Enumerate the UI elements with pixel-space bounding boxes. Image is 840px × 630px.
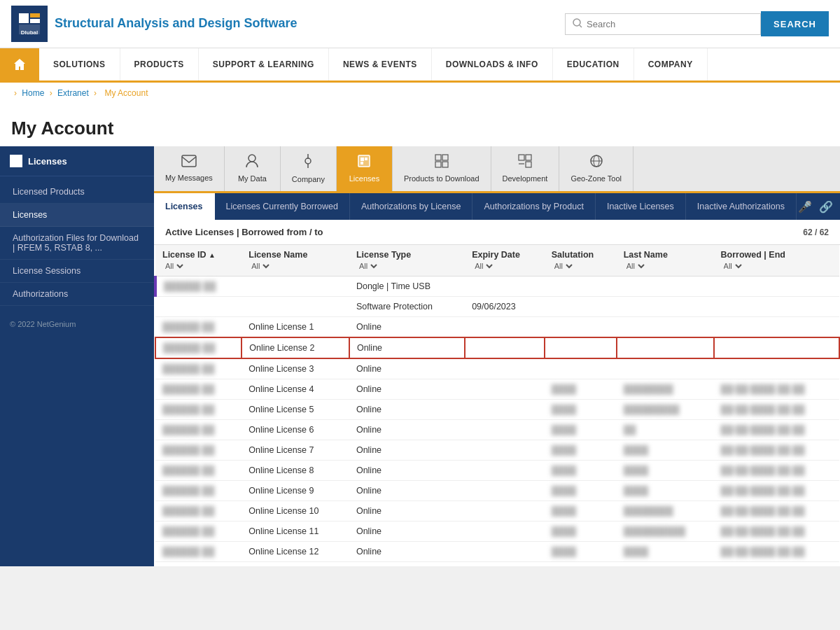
nav-home-button[interactable] [0,48,39,80]
main-layout: Licenses Licensed Products Licenses Auth… [0,146,840,566]
sidebar-item-authorizations[interactable]: Authorizations [0,283,154,306]
table-row[interactable]: ██████ ██Online License 2Online [155,337,839,358]
table-cell: ██████ ██ [155,420,241,440]
table-cell: Online [349,461,465,481]
table-cell: ██████ ██ [155,337,241,358]
sidebar-item-auth-files[interactable]: Authorization Files for Download | RFEM … [0,227,154,260]
table-cell: Online License 6 [241,420,349,440]
table-cell [545,276,617,297]
tab-my-data[interactable]: My Data [225,146,281,191]
link-icon[interactable]: 🔗 [819,200,833,214]
breadcrumb-extranet[interactable]: Extranet [57,88,89,98]
col-last-name: Last Name All [617,245,714,276]
table-row[interactable]: ██████ ██Online License 12Online████████… [155,542,839,562]
table-cell [714,317,839,338]
table-cell: ██████ ██ [155,542,241,562]
table-cell: Online License 7 [241,440,349,461]
sub-tab-licenses[interactable]: Licenses [154,193,215,220]
table-row[interactable]: ██████ ██Online License 1Online [155,317,839,338]
table-row[interactable]: ██████ ██Online License 4Online█████████… [155,379,839,400]
table-row[interactable]: ██████ ██Dongle | Time USB [155,276,839,297]
license-type-filter[interactable]: All [356,261,379,271]
table-row[interactable]: ██████ ██Online License 6Online████████/… [155,420,839,440]
table-cell: ██████ ██ [155,461,241,481]
svg-rect-18 [442,162,448,167]
search-icon [573,18,582,30]
table-row[interactable]: ██████ ██Online License 8Online█████████… [155,461,839,481]
sub-tab-inactive-licenses[interactable]: Inactive Licenses [596,193,686,220]
table-cell: ████████ [617,379,714,400]
license-name-filter[interactable]: All [248,261,272,271]
table-cell: Online License 12 [241,542,349,562]
table-cell: ████████ [617,501,714,522]
table-cell: ██████ ██ [155,440,241,461]
table-row[interactable]: ██████ ██Online License 11Online████████… [155,522,839,542]
table-row[interactable]: ██████ ██Online License 10Online████████… [155,501,839,522]
expiry-date-filter[interactable]: All [472,261,495,271]
nav-company[interactable]: COMPANY [634,48,708,80]
table-cell [465,358,545,379]
table-cell [617,317,714,338]
table-cell: ██/██/████ ██:██ [714,420,839,440]
table-cell [617,337,714,358]
search-area: SEARCH [565,11,829,36]
sub-tab-inactive-auth[interactable]: Inactive Authorizations [686,193,797,220]
table-cell: ████ [545,522,617,542]
tab-licenses[interactable]: Licenses [337,146,393,191]
tab-company[interactable]: Company [281,146,337,191]
sidebar-footer: © 2022 NetGenium [0,310,154,338]
table-cell: ██████ ██ [155,501,241,522]
table-cell: ████ [545,481,617,501]
nav-solutions[interactable]: SOLUTIONS [39,48,120,80]
table-cell: Online [349,317,465,338]
nav-support[interactable]: SUPPORT & LEARNING [199,48,329,80]
tab-my-data-label: My Data [238,174,267,183]
svg-rect-8 [182,155,196,167]
table-cell: ██████ ██ [155,481,241,501]
nav-education[interactable]: EDUCATION [553,48,634,80]
sub-tab-licenses-borrowed[interactable]: Licenses Currently Borrowed [215,193,351,220]
sub-tabs: Licenses Licenses Currently Borrowed Aut… [154,193,840,220]
last-name-filter[interactable]: All [624,261,647,271]
tab-development[interactable]: Development [491,146,560,191]
breadcrumb-home[interactable]: Home [22,88,44,98]
svg-point-9 [248,155,255,162]
col-salutation: Salutation All [545,245,617,276]
table-cell: Online License 11 [241,522,349,542]
search-input[interactable] [587,19,753,29]
sidebar-item-licenses[interactable]: Licenses [0,204,154,227]
license-id-filter[interactable]: All [162,261,186,271]
salutation-filter[interactable]: All [552,261,575,271]
svg-text:Dlubal: Dlubal [21,29,38,36]
table-row[interactable]: ██████ ██Online License 7Online█████████… [155,440,839,461]
tab-geo-zone[interactable]: Geo-Zone Tool [559,146,634,191]
table-cell: ████ [545,542,617,562]
table-cell: ████ [617,440,714,461]
table-row[interactable]: ██████ ██Online License 9Online█████████… [155,481,839,501]
company-icon [302,153,314,172]
svg-point-6 [573,19,580,26]
nav-products[interactable]: PRODUCTS [120,48,199,80]
nav-downloads[interactable]: DOWNLOADS & INFO [432,48,553,80]
table-cell [465,461,545,481]
table-cell: ████ [617,542,714,562]
sidebar-item-licensed-products[interactable]: Licensed Products [0,181,154,204]
table-cell: Software Protection [349,297,465,317]
tab-products-to-download[interactable]: Products to Download [393,146,491,191]
data-table: License ID ▲ All License Name All Licens… [154,245,840,562]
tab-my-messages[interactable]: My Messages [154,146,225,191]
table-row[interactable]: ██████ ██Online License 3Online [155,358,839,379]
logo-area: Dlubal Structural Analysis and Design So… [11,6,297,42]
microphone-icon[interactable]: 🎤 [798,200,812,214]
table-cell [465,501,545,522]
search-button[interactable]: SEARCH [761,11,829,36]
sidebar-item-license-sessions[interactable]: License Sessions [0,260,154,283]
borrowed-filter[interactable]: All [721,261,744,271]
sidebar-header: Licenses [0,146,154,176]
sub-tab-auth-by-license[interactable]: Authorizations by License [350,193,472,220]
table-cell [545,358,617,379]
table-row[interactable]: ██████ ██Online License 5Online█████████… [155,400,839,420]
nav-news[interactable]: NEWS & EVENTS [329,48,432,80]
table-row[interactable]: Software Protection09/06/2023 [155,297,839,317]
sub-tab-auth-by-product[interactable]: Authorizations by Product [472,193,595,220]
